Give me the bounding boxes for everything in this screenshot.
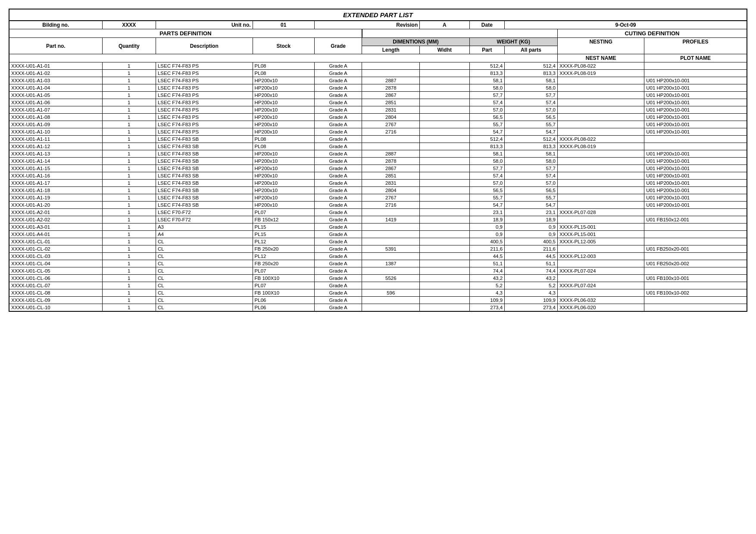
- col-length: Length: [362, 46, 420, 54]
- col-qty: Quantity: [102, 38, 156, 54]
- table-row: XXXX-U01-CL-031CLPL12Grade A44,544,5XXXX…: [9, 253, 747, 260]
- section-cutting: CUTING DEFINITION: [557, 29, 747, 38]
- table-row: XXXX-U01-A1-171LSEC F74-F83 SBHP200x10Gr…: [9, 180, 747, 187]
- table-row: XXXX-U01-A1-201LSEC F74-F83 SBHP200x10Gr…: [9, 202, 747, 209]
- table-row: XXXX-U01-A1-141LSEC F74-F83 SBHP200x10Gr…: [9, 158, 747, 165]
- table-row: XXXX-U01-CL-061CLFB 100X10Grade A552643,…: [9, 275, 747, 282]
- table-row: XXXX-U01-CL-041CLFB 250x20Grade A138751,…: [9, 260, 747, 267]
- table-row: XXXX-U01-A1-051LSEC F74-F83 PSHP200x10Gr…: [9, 92, 747, 99]
- main-table: EXTENDED PART LISTBilding no.XXXXUnit no…: [9, 9, 747, 312]
- table-row: XXXX-U01-A1-021LSEC F74-F83 PSPL08Grade …: [9, 70, 747, 77]
- table-row: XXXX-U01-CL-091CLPL06Grade A109,9109,9XX…: [9, 297, 747, 304]
- table-title: EXTENDED PART LIST: [9, 9, 747, 21]
- col-nest-name: NEST NAME: [557, 54, 644, 62]
- table-row: XXXX-U01-A1-181LSEC F74-F83 SBHP200x10Gr…: [9, 187, 747, 194]
- table-row: XXXX-U01-A3-011A3PL15Grade A0,90,9XXXX-P…: [9, 224, 747, 231]
- table-row: XXXX-U01-A1-041LSEC F74-F83 PSHP200x10Gr…: [9, 84, 747, 92]
- col-desc: Description: [156, 38, 253, 54]
- table-row: XXXX-U01-CL-021CLFB 250x20Grade A5391211…: [9, 245, 747, 253]
- table-row: XXXX-U01-CL-081CLFB 100X10Grade A5964,34…: [9, 289, 747, 297]
- table-row: XXXX-U01-A1-081LSEC F74-F83 PSHP200x10Gr…: [9, 114, 747, 121]
- col-plot-name: PLOT NAME: [644, 54, 747, 62]
- col-nesting: NESTING: [557, 38, 644, 54]
- col-profiles: PROFILES: [644, 38, 747, 54]
- table-row: XXXX-U01-A1-161LSEC F74-F83 SBHP200x10Gr…: [9, 172, 747, 180]
- table-row: XXXX-U01-CL-101CLPL06Grade A273,4273,4XX…: [9, 304, 747, 312]
- col-part: Part: [469, 46, 504, 54]
- col-weight: WEIGHT (KG): [469, 38, 557, 46]
- col-grade: Grade: [314, 38, 362, 54]
- col-all-parts: All parts: [505, 46, 558, 54]
- table-row: XXXX-U01-CL-071CLPL07Grade A5,25,2XXXX-P…: [9, 282, 747, 289]
- table-row: XXXX-U01-A1-031LSEC F74-F83 PSHP200x10Gr…: [9, 77, 747, 84]
- table-row: XXXX-U01-A1-011LSEC F74-F83 PSPL08Grade …: [9, 62, 747, 70]
- table-row: XXXX-U01-CL-011CLPL12Grade A400,5400,5XX…: [9, 238, 747, 245]
- table-row: XXXX-U01-A1-121LSEC F74-F83 SBPL08Grade …: [9, 143, 747, 150]
- table-row: XXXX-U01-A2-021LSEC F70-F72FB 150x12Grad…: [9, 216, 747, 224]
- table-row: XXXX-U01-A4-011A4PL15Grade A0,90,9XXXX-P…: [9, 231, 747, 238]
- col-dim: DIMENTIONS (MM): [362, 38, 469, 46]
- table-row: XXXX-U01-A1-191LSEC F74-F83 SBHP200x10Gr…: [9, 194, 747, 202]
- col-stock: Stock: [253, 38, 314, 54]
- table-row: XXXX-U01-CL-051CLPL07Grade A74,474,4XXXX…: [9, 267, 747, 275]
- section-parts: PARTS DEFINITION: [9, 29, 362, 38]
- table-row: XXXX-U01-A1-111LSEC F74-F83 SBPL08Grade …: [9, 136, 747, 143]
- table-row: XXXX-U01-A1-151LSEC F74-F83 SBHP200x10Gr…: [9, 165, 747, 172]
- table-row: XXXX-U01-A1-101LSEC F74-F83 PSHP200x10Gr…: [9, 128, 747, 136]
- table-row: XXXX-U01-A1-071LSEC F74-F83 PSHP200x10Gr…: [9, 106, 747, 114]
- col-width: Widht: [420, 46, 469, 54]
- table-row: XXXX-U01-A1-091LSEC F74-F83 PSHP200x10Gr…: [9, 121, 747, 128]
- table-row: XXXX-U01-A2-011LSEC F70-F72PL07Grade A23…: [9, 209, 747, 216]
- table-row: XXXX-U01-A1-131LSEC F74-F83 SBHP200x10Gr…: [9, 150, 747, 158]
- table-row: XXXX-U01-A1-061LSEC F74-F83 PSHP200x10Gr…: [9, 99, 747, 106]
- col-part-no: Part no.: [9, 38, 102, 54]
